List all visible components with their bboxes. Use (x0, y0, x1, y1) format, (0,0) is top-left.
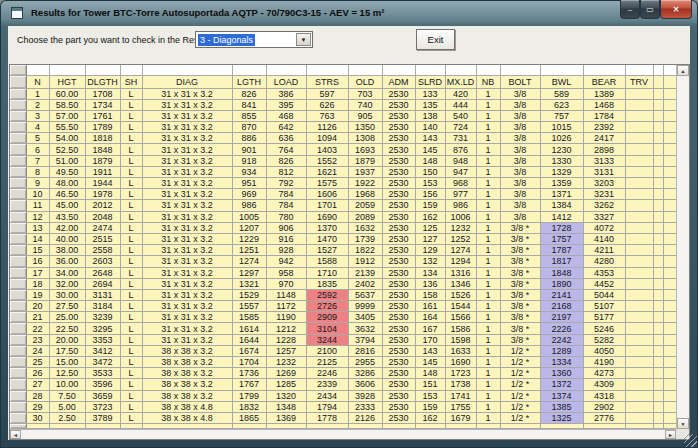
grid-cell: 1922 (348, 178, 382, 189)
grid-cell: 1252 (445, 233, 476, 244)
maximize-button[interactable]: ▭ (640, 0, 660, 19)
part-select-combobox[interactable]: 3 - Diagonals ▼ (195, 31, 313, 48)
grid-cell: 5.00 (49, 401, 85, 412)
row-selector-button[interactable] (10, 133, 26, 144)
row-selector-button[interactable] (10, 412, 26, 423)
row-selector-button[interactable] (10, 323, 26, 334)
grid-cell: 1 (476, 267, 500, 278)
row-selector-button[interactable] (10, 245, 26, 256)
results-grid-viewport: NHGTDLGTHSHDIAGLGTHLOADSTRSOLDADMSLRDMX.… (10, 65, 676, 429)
grid-cell: 2125 (306, 357, 348, 368)
grid-cell: 1784 (583, 110, 625, 121)
row-selector-button[interactable] (10, 144, 26, 155)
resize-grip[interactable] (684, 434, 697, 447)
row-selector-button[interactable] (10, 334, 26, 345)
grid-cell: 1586 (445, 323, 476, 334)
row-selector-button[interactable] (10, 312, 26, 323)
grid-cell: 31 x 31 x 3.2 (142, 278, 232, 289)
grid-cell: 1566 (445, 312, 476, 323)
row-selector-button[interactable] (10, 222, 26, 233)
grid-cell: 2530 (382, 379, 415, 390)
row-selector-button[interactable] (10, 122, 26, 133)
grid-cell: 38 x 38 x 3.2 (142, 390, 232, 401)
grid-cell-empty (142, 424, 232, 429)
grid-cell (625, 110, 653, 121)
grid-cell: 420 (445, 88, 476, 99)
scroll-up-button[interactable]: ▲ (677, 65, 689, 76)
grid-cell: 2530 (382, 390, 415, 401)
grid-cell-empty (26, 424, 49, 429)
scroll-left-button[interactable]: ◄ (10, 430, 21, 439)
title-bar[interactable]: Results for Tower BTC-Torre Autosuportad… (0, 0, 698, 26)
grid-cell: 31 x 31 x 3.2 (142, 155, 232, 166)
grid-cell: 1614 (232, 323, 266, 334)
grid-cell: 1632 (348, 222, 382, 233)
grid-cell: 1 (476, 189, 500, 200)
vertical-scrollbar[interactable]: ▲ ▼ (676, 65, 689, 429)
row-selector-button[interactable] (10, 424, 26, 429)
grid-cell: 31 x 31 x 3.2 (142, 289, 232, 300)
row-selector-button[interactable] (10, 166, 26, 177)
client-area: Choose the part you want to check in the… (8, 26, 690, 440)
column-header-old: OLD (348, 75, 382, 88)
grid-cell: L (120, 211, 142, 222)
grid-cell: 1412 (540, 211, 583, 222)
row-selector-button[interactable] (10, 267, 26, 278)
grid-cell: L (120, 144, 142, 155)
grid-cell: L (120, 401, 142, 412)
table-row: 751.001879L31 x 31 x 3.29188261552187925… (10, 155, 676, 166)
scroll-right-button[interactable]: ► (665, 430, 676, 439)
grid-cell: 31 x 31 x 3.2 (142, 267, 232, 278)
grid-cell: L (120, 189, 142, 200)
row-selector-button[interactable] (10, 368, 26, 379)
row-selector-button[interactable] (10, 390, 26, 401)
grid-cell: 2530 (382, 278, 415, 289)
grid-cell: 1544 (445, 301, 476, 312)
row-selector-button[interactable] (10, 99, 26, 110)
grid-cell: 1 (476, 289, 500, 300)
grid-cell: 3/8 (500, 133, 540, 144)
row-selector-button[interactable] (10, 345, 26, 356)
minimize-button[interactable]: – (620, 0, 640, 19)
grid-cell: 19 (26, 289, 49, 300)
grid-cell: 1 (476, 88, 500, 99)
row-selector-button[interactable] (10, 88, 26, 99)
grid-cell: 38 x 38 x 3.2 (142, 357, 232, 368)
row-selector-button[interactable] (10, 256, 26, 267)
grid-cell-empty (653, 200, 663, 211)
grid-cell: L (120, 323, 142, 334)
grid-cell: 28 (26, 390, 49, 401)
grid-cell: 1690 (445, 357, 476, 368)
row-selector-button[interactable] (10, 289, 26, 300)
scroll-down-button[interactable]: ▼ (677, 418, 689, 429)
row-selector-button[interactable] (10, 401, 26, 412)
grid-cell: 2909 (306, 312, 348, 323)
row-selector-button[interactable] (10, 211, 26, 222)
exit-button[interactable]: Exit (416, 29, 455, 50)
grid-cell: 3/8 (500, 189, 540, 200)
grid-cell: 1274 (445, 245, 476, 256)
close-button[interactable]: ✕ (660, 0, 692, 19)
grid-cell: 1890 (540, 278, 583, 289)
row-selector-button[interactable] (10, 189, 26, 200)
grid-cell: 31 x 31 x 3.2 (142, 88, 232, 99)
row-selector-button[interactable] (10, 110, 26, 121)
grid-cell: 1/2 * (500, 401, 540, 412)
row-selector-button[interactable] (10, 301, 26, 312)
row-selector-button[interactable] (10, 233, 26, 244)
grid-cell: 6 (26, 144, 49, 155)
grid-cell: 1005 (232, 211, 266, 222)
combobox-dropdown-button[interactable]: ▼ (296, 33, 311, 46)
grid-cell: 977 (445, 189, 476, 200)
grid-cell: L (120, 110, 142, 121)
grid-cell: 2592 (306, 289, 348, 300)
row-selector-button[interactable] (10, 200, 26, 211)
row-selector-button[interactable] (10, 379, 26, 390)
row-selector-button[interactable] (10, 178, 26, 189)
grid-cell: 2402 (348, 278, 382, 289)
grid-cell: 1865 (232, 412, 266, 423)
row-selector-button[interactable] (10, 155, 26, 166)
row-selector-button[interactable] (10, 357, 26, 368)
row-selector-button[interactable] (10, 278, 26, 289)
horizontal-scrollbar[interactable]: ◄ ► (10, 429, 676, 439)
